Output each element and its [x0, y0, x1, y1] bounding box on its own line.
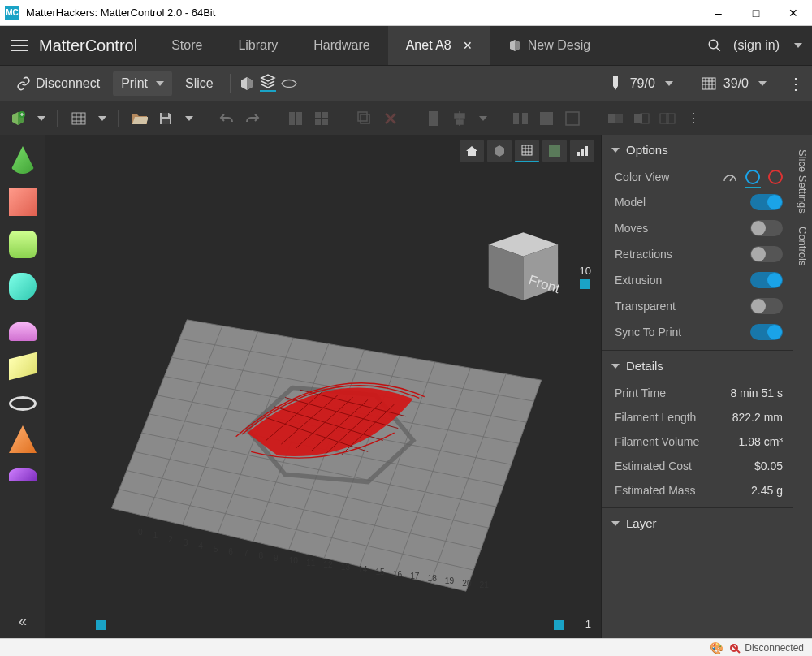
svg-text:2: 2 — [168, 535, 173, 544]
viewport-solid-button[interactable] — [542, 140, 567, 162]
bed-temp-caret-icon[interactable] — [758, 81, 767, 86]
subtract-button[interactable] — [632, 109, 651, 128]
disconnect-button[interactable]: Disconnect — [8, 71, 108, 96]
layer-section-header[interactable]: Layer — [602, 507, 793, 538]
align-caret-icon[interactable] — [479, 116, 487, 121]
material-color-icon[interactable] — [745, 170, 760, 184]
window-maximize-button[interactable]: □ — [737, 0, 775, 26]
delete-button[interactable] — [381, 109, 400, 128]
shape-half-sphere[interactable] — [9, 322, 37, 341]
copy-button[interactable] — [355, 109, 374, 128]
vtab-controls[interactable]: Controls — [795, 220, 810, 272]
hamburger-menu-button[interactable] — [0, 40, 39, 51]
options-section-header[interactable]: Options — [602, 135, 793, 165]
shape-sphere[interactable] — [9, 273, 37, 300]
palette-collapse-button[interactable]: « — [19, 613, 27, 630]
nudge-button[interactable] — [424, 109, 443, 128]
add-part-button[interactable] — [8, 109, 28, 128]
ungroup-button[interactable] — [563, 109, 582, 128]
undo-button[interactable] — [217, 109, 236, 128]
viewport-grid-button[interactable] — [515, 140, 539, 162]
shape-cone[interactable] — [9, 146, 37, 174]
toggle-extrusion[interactable] — [750, 272, 783, 288]
combine-button[interactable] — [606, 109, 625, 128]
svg-text:11: 11 — [306, 559, 316, 568]
tab-store[interactable]: Store — [153, 26, 220, 65]
align-button[interactable] — [450, 109, 469, 128]
lay-flat-button[interactable] — [312, 109, 331, 128]
signin-button[interactable]: (sign in) — [733, 38, 780, 53]
details-section-header[interactable]: Details — [602, 350, 793, 381]
nozzle-temp-caret-icon[interactable] — [665, 81, 673, 86]
window-close-button[interactable]: ✕ — [775, 0, 812, 26]
signin-caret-icon[interactable] — [794, 43, 802, 48]
shape-half-cylinder[interactable] — [9, 468, 37, 481]
intersect-button[interactable] — [658, 109, 677, 128]
window-minimize-button[interactable]: – — [700, 0, 737, 26]
group-button[interactable] — [511, 109, 530, 128]
arrange-button[interactable] — [286, 109, 305, 128]
layer-min-label: 1 — [585, 618, 591, 630]
slice-label: Slice — [185, 76, 214, 91]
shape-cylinder[interactable] — [9, 231, 37, 258]
shape-cube[interactable] — [9, 188, 37, 216]
tab-new-design[interactable]: New Desig — [490, 26, 608, 65]
print-button[interactable]: Print — [113, 71, 172, 96]
view-model-button[interactable] — [239, 76, 255, 92]
bed-temp-value[interactable]: 39/0 — [723, 76, 749, 91]
tab-label: Store — [171, 38, 202, 53]
toggle-transparent[interactable] — [750, 298, 783, 314]
toggle-sync-to-print[interactable] — [750, 324, 783, 340]
option-model: Model — [602, 189, 793, 215]
disconnect-label: Disconnect — [36, 76, 100, 91]
svg-rect-32 — [522, 113, 528, 124]
view-layers-button[interactable] — [260, 76, 276, 92]
shape-ring[interactable] — [9, 396, 37, 411]
svg-text:15: 15 — [375, 568, 385, 576]
toolbar-overflow-button[interactable]: ⋮ — [684, 109, 703, 128]
view-preview-button[interactable] — [281, 76, 297, 92]
tab-printer-anet-a8[interactable]: Anet A8 ✕ — [388, 26, 490, 65]
layer-max-label: 10 — [580, 265, 591, 277]
layer-slider-bottom-handle[interactable] — [554, 620, 564, 630]
save-button[interactable] — [156, 109, 175, 128]
no-color-icon[interactable] — [768, 170, 783, 184]
viewport-home-button[interactable] — [460, 140, 484, 162]
viewport-toolbar — [460, 140, 594, 162]
viewport-3d[interactable]: 012 345 678 91011 121314 151617 181920 2… — [45, 135, 601, 638]
tab-label: New Desig — [528, 38, 590, 53]
bed-options-caret-icon[interactable] — [98, 116, 106, 121]
toggle-retractions[interactable] — [750, 246, 783, 262]
palette-icon[interactable]: 🎨 — [710, 641, 723, 654]
viewport-stats-button[interactable] — [570, 140, 594, 162]
tab-hardware[interactable]: Hardware — [296, 26, 387, 65]
toggle-model[interactable] — [750, 194, 783, 210]
viewport-shade-button[interactable] — [487, 140, 512, 162]
speed-gauge-icon[interactable] — [723, 171, 737, 183]
slice-button[interactable]: Slice — [177, 71, 222, 96]
search-icon[interactable] — [707, 38, 722, 53]
separator — [594, 110, 594, 127]
open-button[interactable] — [130, 109, 149, 128]
vtab-slice-settings[interactable]: Slice Settings — [795, 143, 810, 220]
tab-library[interactable]: Library — [220, 26, 296, 65]
bed-options-button[interactable] — [69, 109, 89, 128]
option-label: Transparent — [615, 300, 676, 313]
print-label: Print — [121, 76, 148, 91]
add-part-caret-icon[interactable] — [37, 116, 45, 121]
redo-button[interactable] — [243, 109, 262, 128]
toggle-moves[interactable] — [750, 220, 783, 236]
details-header-label: Details — [626, 359, 663, 373]
shape-pyramid[interactable] — [9, 425, 37, 453]
save-caret-icon[interactable] — [185, 116, 193, 121]
shape-wedge[interactable] — [9, 352, 37, 380]
svg-rect-47 — [577, 152, 580, 156]
svg-rect-41 — [522, 145, 532, 155]
overflow-menu-button[interactable]: ⋮ — [788, 76, 804, 92]
nozzle-temp-value[interactable]: 79/0 — [630, 76, 655, 91]
mirror-button[interactable] — [537, 109, 556, 128]
horizontal-slider-handle[interactable] — [96, 620, 106, 630]
tab-close-icon[interactable]: ✕ — [463, 39, 473, 52]
layer-slider-top-handle[interactable] — [580, 279, 590, 289]
svg-text:9: 9 — [274, 554, 279, 563]
